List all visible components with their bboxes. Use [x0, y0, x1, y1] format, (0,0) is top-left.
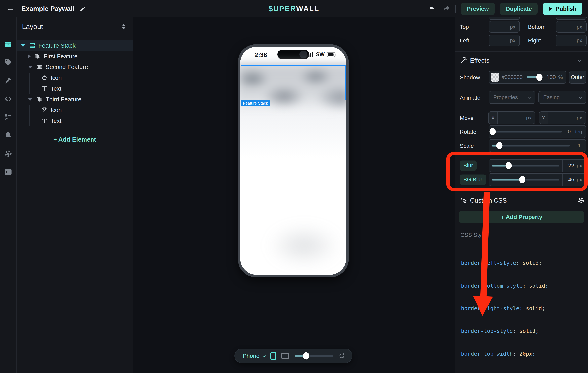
expander-down-icon[interactable]: [28, 66, 32, 68]
theme-icon[interactable]: [4, 76, 12, 85]
layout-panel-header[interactable]: Layout: [17, 18, 133, 36]
bg-blur-control[interactable]: 46 px: [489, 173, 586, 186]
apple-icon: [41, 74, 48, 82]
landscape-button[interactable]: [281, 353, 289, 359]
chevron-down-icon[interactable]: [578, 58, 581, 62]
blur-value[interactable]: 22: [568, 162, 574, 169]
tag-icon[interactable]: [4, 58, 12, 66]
inspector-panel: Top –px Bottom –px Left –px Right –px Ef…: [455, 18, 588, 373]
signal-icon: [306, 52, 314, 58]
shadow-mode-button[interactable]: Outer: [569, 71, 586, 83]
iphone-screen: 2:38 SW Feature Stack: [240, 47, 346, 275]
icon-rail: [0, 18, 17, 373]
preview-button[interactable]: Preview: [461, 3, 495, 15]
redo-icon[interactable]: [442, 5, 450, 13]
slider-thumb[interactable]: [496, 142, 503, 149]
blur-chip[interactable]: Blur: [460, 161, 477, 171]
sort-icon[interactable]: [122, 24, 126, 30]
tree-item-label: Text: [51, 85, 62, 92]
css-settings-gear-icon[interactable]: [578, 197, 585, 204]
css-rule: border-top-style: solid;: [461, 327, 574, 335]
rotate-value[interactable]: 0: [568, 128, 571, 135]
undo-icon[interactable]: [428, 5, 437, 13]
custom-css-section-title: Custom CSS: [470, 197, 507, 204]
margin-left-input[interactable]: –px: [489, 35, 520, 46]
margin-input-partial[interactable]: [489, 18, 520, 20]
canvas-zoom-slider[interactable]: [294, 352, 333, 360]
expander-down-icon[interactable]: [21, 44, 25, 47]
slider-thumb[interactable]: [536, 73, 543, 81]
rotate-control[interactable]: 0 deg: [489, 125, 586, 138]
device-select[interactable]: iPhone: [242, 353, 265, 359]
gear-icon[interactable]: [4, 150, 12, 158]
publish-button[interactable]: Publish: [543, 3, 582, 15]
tree-item-label: Icon: [51, 74, 62, 81]
checklist-icon[interactable]: [4, 113, 12, 121]
tree-item-feature-stack[interactable]: Feature Stack: [17, 40, 133, 51]
expander-right-icon[interactable]: [28, 54, 31, 59]
blur-control[interactable]: 22 px: [489, 159, 586, 172]
tree-item-first-feature[interactable]: First Feature: [17, 51, 133, 62]
bg-blur-value[interactable]: 46: [568, 176, 574, 183]
chevron-down-icon: [262, 354, 266, 357]
layout-icon[interactable]: [4, 40, 12, 49]
editor-canvas[interactable]: 2:38 SW Feature Stack: [133, 18, 455, 373]
margin-top-input[interactable]: –px: [489, 21, 520, 33]
expander-down-icon[interactable]: [28, 98, 32, 101]
scale-value[interactable]: 1: [578, 142, 581, 149]
background-blur-content: [248, 216, 338, 275]
animate-properties-select[interactable]: Properties: [489, 91, 536, 104]
tree-item-text[interactable]: Text: [17, 115, 133, 126]
move-label: Move: [460, 115, 473, 121]
duplicate-button[interactable]: Duplicate: [500, 3, 538, 15]
shadow-opacity-value[interactable]: 100: [546, 74, 556, 80]
animate-label: Animate: [460, 95, 480, 101]
tree-item-third-feature[interactable]: Third Feature: [17, 94, 133, 104]
layout-panel-title: Layout: [22, 23, 43, 31]
slider-thumb[interactable]: [490, 128, 496, 135]
rotate-label: Rotate: [460, 129, 476, 135]
status-icons: SW: [306, 52, 337, 58]
tree-item-text[interactable]: Text: [17, 83, 133, 94]
scale-slider[interactable]: [489, 140, 573, 152]
portrait-button[interactable]: [270, 352, 276, 360]
margin-right-input[interactable]: –px: [556, 35, 587, 46]
battery-icon: [327, 52, 337, 57]
add-property-button[interactable]: + Add Property: [459, 211, 584, 223]
refresh-icon[interactable]: [338, 352, 345, 360]
rotate-slider[interactable]: [489, 126, 565, 138]
margin-input-partial[interactable]: [556, 18, 587, 20]
code-icon[interactable]: [4, 95, 12, 103]
shadow-hex-value[interactable]: #000000: [502, 74, 523, 80]
layout-panel: Layout Feature Stack First Feature: [17, 18, 133, 373]
y-prefix: Y: [539, 112, 548, 124]
slider-thumb[interactable]: [303, 352, 309, 360]
add-element-button[interactable]: + Add Element: [17, 135, 133, 145]
slider-thumb[interactable]: [506, 162, 512, 169]
columns-icon: [36, 96, 43, 103]
move-y-input[interactable]: Y –px: [539, 111, 586, 124]
panel-divider: [17, 130, 133, 130]
bell-icon[interactable]: [4, 131, 12, 140]
bg-blur-chip[interactable]: BG Blur: [460, 175, 486, 185]
edit-pencil-icon[interactable]: [80, 6, 85, 12]
tree-item-icon[interactable]: Icon: [17, 72, 133, 83]
margin-bottom-input[interactable]: –px: [556, 21, 587, 33]
color-swatch[interactable]: [491, 73, 499, 82]
slider-thumb[interactable]: [519, 176, 525, 183]
tree-item-label: Icon: [51, 107, 62, 113]
tree-item-icon[interactable]: Icon: [17, 104, 133, 115]
move-x-input[interactable]: X –px: [488, 111, 536, 124]
cursor-click-icon: [460, 197, 467, 204]
scale-control[interactable]: 1: [489, 139, 586, 152]
animate-easing-select[interactable]: Easing: [538, 91, 586, 104]
back-icon[interactable]: ←: [6, 3, 15, 13]
bg-blur-slider[interactable]: [489, 174, 562, 186]
console-icon[interactable]: [4, 168, 12, 176]
selection-outline: [241, 65, 346, 100]
shadow-opacity-slider[interactable]: [524, 71, 546, 83]
blur-slider[interactable]: [489, 160, 562, 172]
tree-item-second-feature[interactable]: Second Feature: [17, 62, 133, 72]
shadow-control[interactable]: #000000 100 %: [489, 71, 566, 83]
panel-divider: [455, 191, 588, 191]
